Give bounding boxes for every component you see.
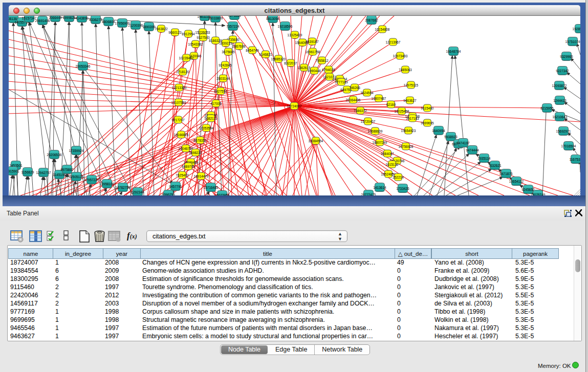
svg-text:18724007: 18724007 bbox=[287, 104, 302, 108]
svg-text:5938923: 5938923 bbox=[444, 135, 458, 139]
svg-text:8471876: 8471876 bbox=[499, 172, 513, 176]
svg-text:9699695: 9699695 bbox=[421, 121, 434, 125]
svg-text:16033809: 16033809 bbox=[208, 16, 223, 20]
svg-text:1890399: 1890399 bbox=[142, 25, 156, 29]
svg-text:10958107: 10958107 bbox=[100, 182, 115, 186]
svg-text:8396759: 8396759 bbox=[162, 193, 175, 196]
svg-text:12213967: 12213967 bbox=[386, 40, 401, 44]
svg-text:4143890: 4143890 bbox=[75, 16, 89, 20]
svg-text:16914479: 16914479 bbox=[194, 174, 209, 178]
svg-text:7632621: 7632621 bbox=[488, 164, 502, 167]
svg-text:1167533: 1167533 bbox=[570, 158, 580, 161]
svg-text:9115460: 9115460 bbox=[421, 106, 434, 110]
svg-text:8489709: 8489709 bbox=[182, 165, 195, 168]
svg-text:10654112: 10654112 bbox=[509, 180, 524, 183]
svg-text:16210643: 16210643 bbox=[553, 115, 568, 119]
svg-text:12353594: 12353594 bbox=[199, 126, 214, 130]
svg-text:9146821: 9146821 bbox=[259, 53, 272, 56]
svg-text:17957225: 17957225 bbox=[84, 178, 99, 182]
svg-text:1733426: 1733426 bbox=[396, 187, 409, 190]
svg-text:1999828: 1999828 bbox=[62, 16, 76, 19]
svg-text:10025458: 10025458 bbox=[395, 110, 409, 113]
svg-text:12093872: 12093872 bbox=[552, 84, 567, 87]
svg-text:19166825: 19166825 bbox=[174, 133, 189, 137]
svg-text:8322037: 8322037 bbox=[284, 61, 297, 65]
svg-text:3675685: 3675685 bbox=[222, 50, 235, 54]
svg-text:1839221: 1839221 bbox=[219, 41, 232, 45]
svg-text:9975867: 9975867 bbox=[60, 168, 74, 171]
svg-text:8454749: 8454749 bbox=[246, 49, 259, 52]
svg-text:20206536: 20206536 bbox=[47, 153, 62, 157]
svg-text:20364436: 20364436 bbox=[346, 98, 361, 102]
svg-text:9777169: 9777169 bbox=[335, 80, 348, 84]
svg-text:15692971: 15692971 bbox=[556, 129, 571, 133]
svg-text:10543382: 10543382 bbox=[188, 42, 203, 46]
svg-text:1615132: 1615132 bbox=[385, 163, 399, 166]
svg-text:2718120: 2718120 bbox=[176, 70, 189, 74]
svg-text:15751074: 15751074 bbox=[565, 40, 580, 43]
svg-text:2087682: 2087682 bbox=[365, 18, 378, 22]
svg-text:9327503: 9327503 bbox=[197, 36, 210, 39]
svg-text:3917183: 3917183 bbox=[406, 117, 419, 120]
svg-text:4439167: 4439167 bbox=[306, 40, 319, 43]
svg-text:19654923: 19654923 bbox=[401, 129, 416, 133]
svg-text:16046755: 16046755 bbox=[179, 147, 193, 150]
svg-text:15076749: 15076749 bbox=[531, 193, 546, 196]
svg-text:8813054: 8813054 bbox=[266, 17, 279, 20]
svg-text:3915901: 3915901 bbox=[9, 169, 19, 173]
svg-text:1640954: 1640954 bbox=[432, 129, 445, 133]
svg-text:7955812: 7955812 bbox=[315, 59, 329, 62]
svg-text:1413614: 1413614 bbox=[373, 186, 386, 189]
svg-text:7485063: 7485063 bbox=[399, 68, 412, 72]
svg-text:9329966: 9329966 bbox=[560, 55, 573, 58]
svg-text:12942757: 12942757 bbox=[36, 171, 51, 174]
svg-text:2867608: 2867608 bbox=[232, 45, 246, 48]
svg-text:21200396: 21200396 bbox=[128, 24, 143, 27]
svg-text:16782759: 16782759 bbox=[116, 186, 130, 189]
svg-text:16961758: 16961758 bbox=[306, 50, 320, 54]
svg-text:9242845: 9242845 bbox=[219, 63, 232, 67]
svg-text:10688609: 10688609 bbox=[368, 129, 383, 133]
svg-text:7357224: 7357224 bbox=[226, 25, 239, 28]
svg-text:1244413: 1244413 bbox=[553, 99, 567, 102]
svg-text:15226053: 15226053 bbox=[195, 31, 210, 34]
svg-text:18807249: 18807249 bbox=[373, 141, 387, 144]
svg-text:9227342: 9227342 bbox=[556, 69, 569, 73]
svg-text:15716485: 15716485 bbox=[204, 186, 219, 189]
svg-text:7671884: 7671884 bbox=[228, 16, 241, 17]
svg-text:17016504: 17016504 bbox=[561, 144, 576, 148]
svg-text:746266: 746266 bbox=[349, 86, 360, 90]
svg-text:10756928: 10756928 bbox=[399, 145, 413, 148]
svg-text:20691406: 20691406 bbox=[35, 19, 50, 23]
svg-text:16072954: 16072954 bbox=[215, 193, 230, 196]
svg-text:8427552: 8427552 bbox=[214, 90, 227, 93]
svg-text:2935114: 2935114 bbox=[478, 157, 491, 160]
svg-text:9084067: 9084067 bbox=[381, 152, 394, 156]
svg-text:10973493: 10973493 bbox=[393, 54, 408, 58]
svg-text:3624554: 3624554 bbox=[360, 91, 374, 95]
svg-text:1156829: 1156829 bbox=[21, 170, 34, 174]
svg-text:15157347: 15157347 bbox=[22, 16, 37, 20]
svg-text:10107553: 10107553 bbox=[171, 101, 186, 104]
svg-text:13325419: 13325419 bbox=[288, 33, 302, 37]
svg-text:8990448: 8990448 bbox=[308, 69, 321, 73]
svg-text:8912954: 8912954 bbox=[182, 32, 195, 36]
svg-text:15720407: 15720407 bbox=[361, 120, 376, 123]
svg-text:9474197: 9474197 bbox=[456, 141, 470, 145]
svg-text:7386372: 7386372 bbox=[354, 109, 367, 113]
svg-text:10807487: 10807487 bbox=[372, 97, 386, 100]
svg-text:9217207: 9217207 bbox=[171, 118, 185, 122]
svg-text:15885320: 15885320 bbox=[271, 57, 286, 61]
svg-text:417005: 417005 bbox=[210, 102, 222, 105]
svg-text:1292344: 1292344 bbox=[131, 190, 144, 194]
svg-text:252214: 252214 bbox=[393, 176, 404, 179]
svg-text:5682115: 5682115 bbox=[205, 117, 217, 120]
svg-text:8678352: 8678352 bbox=[193, 139, 207, 142]
svg-text:6794028: 6794028 bbox=[322, 68, 335, 72]
svg-text:9463627: 9463627 bbox=[403, 99, 417, 102]
svg-text:10228452: 10228452 bbox=[179, 56, 194, 60]
svg-text:2803144: 2803144 bbox=[216, 77, 230, 80]
svg-text:7663822: 7663822 bbox=[155, 27, 168, 31]
svg-text:16154808: 16154808 bbox=[375, 28, 390, 31]
svg-text:12213389: 12213389 bbox=[172, 86, 187, 90]
